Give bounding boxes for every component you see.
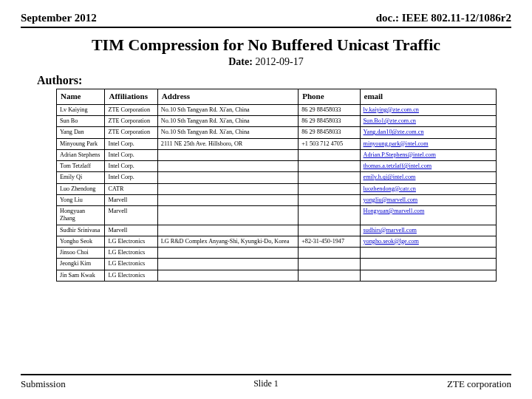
- date-label: Date:: [228, 56, 253, 67]
- footer-slide-number: Slide 1: [253, 378, 279, 389]
- cell-phone: [299, 194, 360, 205]
- cell-phone: [299, 206, 360, 225]
- email-link[interactable]: Yang.dan10@zte.com.cn: [364, 129, 424, 135]
- table-row: Yong LiuMarvellyongliu@marvell.com: [57, 194, 497, 205]
- email-link[interactable]: lv.kaiying@zte.com.cn: [364, 106, 419, 113]
- cell-address: [157, 183, 298, 194]
- email-link[interactable]: emily.h.qi@intel.com: [364, 174, 416, 180]
- cell-affiliation: Marvell: [105, 206, 157, 225]
- footer-left: Submission: [21, 378, 66, 390]
- cell-affiliation: Intel Corp.: [105, 161, 157, 172]
- cell-address: [157, 259, 298, 270]
- cell-email: [360, 259, 496, 270]
- cell-phone: 86 29 88458033: [299, 116, 360, 127]
- cell-address: No.10 Sth Tangyan Rd. Xi'an, China: [157, 127, 298, 138]
- col-header-address: Address: [157, 89, 298, 105]
- email-link[interactable]: minyoung.park@intel.com: [364, 140, 429, 147]
- email-link[interactable]: thomas.a.tetzlaff@intel.com: [364, 163, 432, 169]
- email-link[interactable]: Adrian.P.Stephens@intel.com: [364, 151, 436, 158]
- cell-name: Sudhir Srinivasa: [57, 225, 105, 236]
- cell-email: Sun.Bo1@zte.com.cn: [360, 116, 496, 127]
- cell-name: Sun Bo: [57, 116, 105, 127]
- cell-affiliation: CATR: [105, 183, 157, 194]
- col-header-name: Name: [57, 89, 105, 105]
- cell-affiliation: ZTE Corporation: [105, 104, 157, 115]
- cell-affiliation: Intel Corp.: [105, 138, 157, 149]
- table-row: Tom TetzlaffIntel Corp.thomas.a.tetzlaff…: [57, 161, 497, 172]
- footer-rule: [21, 374, 511, 375]
- cell-address: No.10 Sth Tangyan Rd. Xi'an, China: [157, 116, 298, 127]
- cell-address: [157, 172, 298, 183]
- cell-address: 2111 NE 25th Ave. Hillsboro, OR: [157, 138, 298, 149]
- cell-address: [157, 225, 298, 236]
- cell-email: [360, 248, 496, 259]
- table-header-row: Name Affiliations Address Phone email: [57, 89, 497, 105]
- cell-email: yongliu@marvell.com: [360, 194, 496, 205]
- cell-phone: [299, 225, 360, 236]
- cell-affiliation: LG Electronics: [105, 248, 157, 259]
- cell-affiliation: LG Electronics: [105, 270, 157, 281]
- table-row: Jinsoo ChoiLG Electronics: [57, 248, 497, 259]
- table-row: Jeongki KimLG Electronics: [57, 259, 497, 270]
- email-link[interactable]: luozhendong@catr.cn: [364, 185, 416, 192]
- cell-phone: [299, 149, 360, 160]
- cell-email: emily.h.qi@intel.com: [360, 172, 496, 183]
- cell-affiliation: Marvell: [105, 225, 157, 236]
- cell-affiliation: Intel Corp.: [105, 172, 157, 183]
- cell-name: Hongyuan Zhang: [57, 206, 105, 225]
- cell-name: Jin Sam Kwak: [57, 270, 105, 281]
- header-rule: [21, 27, 511, 28]
- email-link[interactable]: sudhirs@marvell.com: [364, 227, 417, 233]
- cell-phone: [299, 259, 360, 270]
- cell-name: Yang Dan: [57, 127, 105, 138]
- cell-address: [157, 149, 298, 160]
- cell-email: Adrian.P.Stephens@intel.com: [360, 149, 496, 160]
- email-link[interactable]: yongliu@marvell.com: [364, 197, 418, 203]
- email-link[interactable]: Hongyuan@marvell.com: [364, 208, 425, 214]
- cell-phone: [299, 172, 360, 183]
- cell-affiliation: ZTE Corporation: [105, 116, 157, 127]
- cell-name: Yong Liu: [57, 194, 105, 205]
- date-line: Date: 2012-09-17: [21, 56, 511, 68]
- table-row: Minyoung ParkIntel Corp.2111 NE 25th Ave…: [57, 138, 497, 149]
- cell-email: Yang.dan10@zte.com.cn: [360, 127, 496, 138]
- cell-phone: [299, 270, 360, 281]
- cell-phone: [299, 248, 360, 259]
- authors-heading: Authors:: [37, 74, 511, 87]
- table-row: Hongyuan ZhangMarvellHongyuan@marvell.co…: [57, 206, 497, 225]
- cell-name: Yongho Seok: [57, 236, 105, 247]
- col-header-email: email: [360, 89, 496, 105]
- header-doc-number: doc.: IEEE 802.11-12/1086r2: [376, 12, 511, 24]
- table-row: Adrian StephensIntel Corp.Adrian.P.Steph…: [57, 149, 497, 160]
- footer-right: ZTE corporation: [447, 378, 511, 390]
- cell-email: minyoung.park@intel.com: [360, 138, 496, 149]
- table-row: Sun BoZTE CorporationNo.10 Sth Tangyan R…: [57, 116, 497, 127]
- cell-address: LG R&D Complex Anyang-Shi, Kyungki-Do, K…: [157, 236, 298, 247]
- cell-email: thomas.a.tetzlaff@intel.com: [360, 161, 496, 172]
- col-header-affiliation: Affiliations: [105, 89, 157, 105]
- cell-affiliation: LG Electronics: [105, 259, 157, 270]
- date-value: 2012-09-17: [255, 56, 303, 67]
- page-title: TIM Compression for No Buffered Unicast …: [21, 35, 511, 55]
- cell-email: sudhirs@marvell.com: [360, 225, 496, 236]
- cell-affiliation: Intel Corp.: [105, 149, 157, 160]
- email-link[interactable]: Sun.Bo1@zte.com.cn: [364, 117, 416, 124]
- table-row: Yongho SeokLG ElectronicsLG R&D Complex …: [57, 236, 497, 247]
- cell-address: [157, 161, 298, 172]
- cell-phone: +1 503 712 4705: [299, 138, 360, 149]
- cell-name: Emily Qi: [57, 172, 105, 183]
- table-row: Luo ZhendongCATRluozhendong@catr.cn: [57, 183, 497, 194]
- cell-name: Jinsoo Choi: [57, 248, 105, 259]
- cell-email: luozhendong@catr.cn: [360, 183, 496, 194]
- table-row: Sudhir SrinivasaMarvellsudhirs@marvell.c…: [57, 225, 497, 236]
- table-row: Yang DanZTE CorporationNo.10 Sth Tangyan…: [57, 127, 497, 138]
- cell-name: Tom Tetzlaff: [57, 161, 105, 172]
- cell-affiliation: Marvell: [105, 194, 157, 205]
- cell-name: Luo Zhendong: [57, 183, 105, 194]
- cell-address: [157, 194, 298, 205]
- cell-name: Jeongki Kim: [57, 259, 105, 270]
- cell-phone: 86 29 88458033: [299, 104, 360, 115]
- cell-phone: 86 29 88458033: [299, 127, 360, 138]
- email-link[interactable]: yongho.seok@lge.com: [364, 238, 419, 245]
- col-header-phone: Phone: [299, 89, 360, 105]
